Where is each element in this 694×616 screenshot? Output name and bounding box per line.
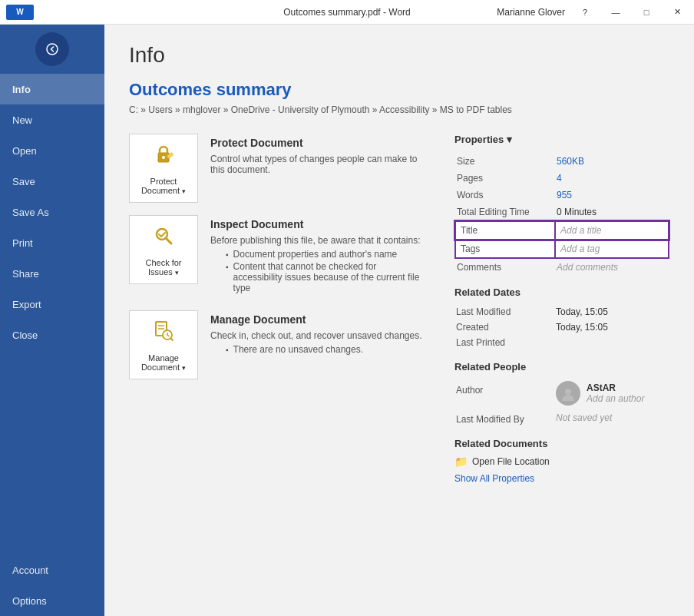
properties-header: Properties ▾ bbox=[454, 134, 669, 145]
date-modified-value: Today, 15:05 bbox=[554, 304, 669, 320]
add-title-link[interactable]: Add a title bbox=[560, 225, 601, 236]
protect-document-label: ProtectDocument ▾ bbox=[141, 177, 186, 195]
inspect-document-text: Inspect Document Before publishing this … bbox=[198, 215, 436, 298]
manage-document-items: There are no unsaved changes. bbox=[226, 344, 422, 355]
main-content: Info Outcomes summary C: » Users » mhglo… bbox=[104, 25, 694, 616]
avatar bbox=[556, 381, 580, 406]
main-row: ProtectDocument ▾ Protect Document Contr… bbox=[129, 134, 669, 484]
protect-document-button[interactable]: ProtectDocument ▾ bbox=[129, 134, 198, 203]
folder-icon: 📁 bbox=[454, 455, 468, 468]
svg-line-14 bbox=[171, 338, 174, 340]
close-window-button[interactable]: ✕ bbox=[666, 5, 688, 20]
show-all-properties-link[interactable]: Show All Properties bbox=[454, 473, 534, 484]
sidebar-item-account[interactable]: Account bbox=[0, 555, 104, 585]
check-for-issues-label: Check forIssues ▾ bbox=[145, 258, 181, 277]
left-column: ProtectDocument ▾ Protect Document Contr… bbox=[129, 134, 436, 392]
properties-arrow-icon[interactable]: ▾ bbox=[507, 134, 512, 145]
prop-editing-time-value: 0 Minutes bbox=[555, 204, 669, 221]
related-people-table: Author AStAR bbox=[454, 379, 669, 427]
protect-document-card: ProtectDocument ▾ Protect Document Contr… bbox=[129, 134, 436, 203]
date-created-value: Today, 15:05 bbox=[554, 320, 669, 335]
manage-document-button[interactable]: ManageDocument ▾ bbox=[129, 310, 198, 379]
prop-pages-value[interactable]: 4 bbox=[555, 170, 669, 187]
sidebar-item-print[interactable]: Print bbox=[0, 227, 104, 258]
sidebar-item-info[interactable]: Info bbox=[0, 74, 104, 104]
sidebar-item-export[interactable]: Export bbox=[0, 289, 104, 320]
app-logo: W bbox=[6, 5, 34, 20]
svg-point-2 bbox=[162, 156, 165, 159]
prop-row-pages: Pages 4 bbox=[455, 170, 669, 187]
prop-row-editing-time: Total Editing Time 0 Minutes bbox=[455, 204, 669, 221]
protect-document-desc: Control what types of changes people can… bbox=[210, 154, 424, 175]
prop-row-words: Words 955 bbox=[455, 187, 669, 204]
page-title: Info bbox=[129, 43, 669, 68]
sidebar-item-new[interactable]: New bbox=[0, 104, 104, 135]
prop-words-value[interactable]: 955 bbox=[555, 187, 669, 204]
sidebar-item-options[interactable]: Options bbox=[0, 585, 104, 616]
protect-document-icon bbox=[151, 142, 176, 172]
document-title: Outcomes summary bbox=[129, 80, 669, 100]
related-dates-header: Related Dates bbox=[454, 286, 669, 298]
window-title: Outcomes summary.pdf - Word bbox=[283, 7, 411, 18]
author-name: AStAR bbox=[587, 383, 644, 393]
inspect-document-card: Check forIssues ▾ Inspect Document Befor… bbox=[129, 215, 436, 298]
prop-size-value[interactable]: 560KB bbox=[555, 153, 669, 170]
prop-row-title: Title Add a title bbox=[455, 221, 669, 240]
check-for-issues-button[interactable]: Check forIssues ▾ bbox=[129, 215, 198, 284]
svg-point-0 bbox=[47, 44, 58, 55]
sidebar-item-save[interactable]: Save bbox=[0, 166, 104, 197]
inspect-item-1: Document properties and author's name bbox=[226, 249, 424, 260]
open-file-location-link[interactable]: 📁 Open File Location bbox=[454, 455, 669, 468]
author-box: AStAR Add an author bbox=[556, 381, 668, 406]
people-row-author: Author AStAR bbox=[454, 379, 669, 408]
sidebar-item-open[interactable]: Open bbox=[0, 135, 104, 166]
date-row-printed: Last Printed bbox=[454, 335, 669, 350]
add-tag-link[interactable]: Add a tag bbox=[560, 243, 600, 254]
prop-row-size: Size 560KB bbox=[455, 153, 669, 170]
sidebar: Info New Open Save Save As Print Share E… bbox=[0, 25, 104, 616]
maximize-button[interactable]: □ bbox=[636, 5, 657, 20]
sidebar-nav: Info New Open Save Save As Print Share E… bbox=[0, 74, 104, 616]
minimize-button[interactable]: — bbox=[605, 5, 626, 20]
breadcrumb: C: » Users » mhglover » OneDrive - Unive… bbox=[129, 104, 669, 115]
sidebar-item-share[interactable]: Share bbox=[0, 258, 104, 289]
manage-document-title: Manage Document bbox=[210, 313, 422, 326]
protect-document-title: Protect Document bbox=[210, 137, 424, 149]
last-modified-by-value: Not saved yet bbox=[554, 408, 669, 427]
inspect-document-items: Document properties and author's name Co… bbox=[226, 249, 424, 293]
title-bar-controls: Marianne Glover ? — □ ✕ bbox=[497, 5, 688, 20]
manage-document-icon bbox=[151, 319, 176, 349]
manage-item-1: There are no unsaved changes. bbox=[226, 344, 422, 355]
inspect-item-2: Content that cannot be checked for acces… bbox=[226, 261, 424, 293]
related-docs-header: Related Documents bbox=[454, 438, 669, 449]
inspect-document-desc: Before publishing this file, be aware th… bbox=[210, 235, 424, 246]
add-comments-link[interactable]: Add comments bbox=[557, 262, 618, 273]
help-button[interactable]: ? bbox=[574, 5, 596, 20]
prop-row-comments: Comments Add comments bbox=[455, 258, 669, 276]
sidebar-item-save-as[interactable]: Save As bbox=[0, 197, 104, 227]
manage-document-card: ManageDocument ▾ Manage Document Check i… bbox=[129, 310, 436, 379]
properties-panel: Properties ▾ Size 560KB Pages 4 Words bbox=[454, 134, 669, 484]
date-row-created: Created Today, 15:05 bbox=[454, 320, 669, 335]
svg-point-15 bbox=[565, 389, 571, 395]
word-logo: W bbox=[6, 5, 34, 20]
sidebar-spacer bbox=[0, 350, 104, 555]
people-row-modified-by: Last Modified By Not saved yet bbox=[454, 408, 669, 427]
related-people-header: Related People bbox=[454, 361, 669, 373]
properties-table: Size 560KB Pages 4 Words 955 Total Editi… bbox=[454, 153, 669, 276]
title-bar: W Outcomes summary.pdf - Word Marianne G… bbox=[0, 0, 694, 25]
manage-document-desc: Check in, check out, and recover unsaved… bbox=[210, 330, 422, 341]
user-name: Marianne Glover bbox=[497, 7, 565, 18]
back-button[interactable] bbox=[35, 32, 69, 66]
manage-document-text: Manage Document Check in, check out, and… bbox=[198, 310, 435, 359]
sidebar-item-close[interactable]: Close bbox=[0, 320, 104, 350]
related-dates-table: Last Modified Today, 15:05 Created Today… bbox=[454, 304, 669, 350]
svg-line-5 bbox=[166, 238, 171, 243]
check-for-issues-icon bbox=[151, 224, 176, 253]
app-body: Info New Open Save Save As Print Share E… bbox=[0, 25, 694, 616]
inspect-document-title: Inspect Document bbox=[210, 218, 424, 230]
manage-document-label: ManageDocument ▾ bbox=[141, 353, 186, 372]
add-author-link[interactable]: Add an author bbox=[587, 393, 644, 404]
date-printed-value bbox=[554, 335, 669, 350]
protect-document-text: Protect Document Control what types of c… bbox=[198, 134, 436, 181]
